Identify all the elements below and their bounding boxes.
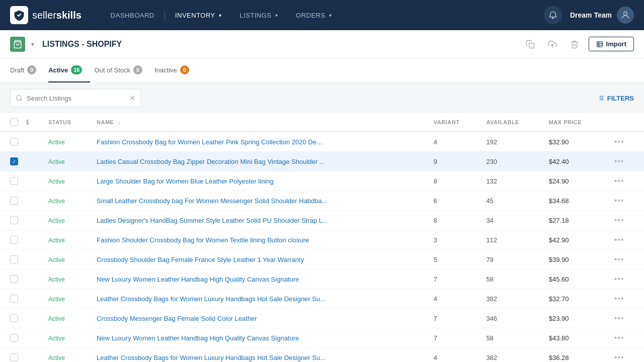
tab-draft-badge: 0 [27, 65, 36, 74]
row-actions-button[interactable]: ••• [611, 175, 627, 186]
listing-name-link[interactable]: Fashion Crossbody Bag for Women Leather … [97, 138, 322, 146]
row-name: Small Leather Crossbody bag For Women Me… [91, 191, 428, 211]
row-checkbox[interactable] [10, 138, 18, 146]
subheader-actions: Import [522, 36, 634, 52]
filters-button[interactable]: FILTERS [597, 95, 634, 102]
row-actions-button[interactable]: ••• [611, 313, 627, 323]
delete-button[interactable] [567, 36, 583, 52]
row-info-cell [24, 152, 42, 171]
listing-name-link[interactable]: Ladies Designer's HandBag Summer Style L… [97, 217, 328, 224]
tab-draft[interactable]: Draft 0 [10, 58, 44, 82]
row-checkbox[interactable] [10, 295, 18, 303]
listings-arrow-icon: ▾ [275, 13, 278, 18]
select-all-checkbox[interactable] [10, 118, 18, 126]
row-checkbox[interactable] [10, 236, 18, 244]
th-info: ℹ [24, 113, 42, 132]
row-info-cell [24, 191, 42, 211]
user-menu[interactable]: Dream Team [570, 7, 634, 24]
row-checkbox[interactable] [10, 216, 18, 224]
row-name: Fashion Shoulder Crossbody Bag for Women… [91, 230, 428, 250]
row-variant: 5 [428, 250, 480, 269]
listings-table-wrap: ℹ STATUS NAME ↓ VARIANT AVAILABLE MAX PR… [0, 113, 644, 362]
row-actions-cell: ••• [605, 289, 644, 309]
row-checkbox-cell [0, 211, 24, 230]
search-clear-icon[interactable]: ✕ [129, 94, 135, 102]
row-actions-cell: ••• [605, 132, 644, 152]
row-status: Active [42, 250, 91, 269]
row-info-cell [24, 348, 42, 363]
row-actions-button[interactable]: ••• [611, 332, 627, 343]
row-actions-button[interactable]: ••• [611, 254, 627, 264]
tab-out-of-stock[interactable]: Out of Stock 0 [94, 58, 150, 82]
upload-button[interactable] [544, 36, 560, 52]
tab-inactive[interactable]: Inactive 0 [154, 58, 197, 82]
nav-orders[interactable]: ORDERS ▾ [287, 0, 341, 30]
row-available: 192 [480, 132, 542, 152]
row-status: Active [42, 328, 91, 348]
row-checkbox-cell [0, 289, 24, 309]
row-available: 58 [480, 328, 542, 348]
row-actions-button[interactable]: ••• [611, 234, 627, 245]
row-variant: 7 [428, 309, 480, 328]
search-input[interactable] [27, 95, 125, 102]
row-name: Fashion Crossbody Bag for Women Leather … [91, 132, 428, 152]
row-checkbox[interactable] [10, 177, 18, 185]
row-actions-button[interactable]: ••• [611, 293, 627, 304]
listing-name-link[interactable]: Leather Crossbody Bags for Women Luxury … [97, 295, 326, 303]
row-checkbox[interactable] [10, 157, 18, 165]
svg-point-8 [17, 96, 21, 100]
row-variant: 9 [428, 152, 480, 171]
row-checkbox[interactable] [10, 255, 18, 263]
listing-name-link[interactable]: Crossbody Shoulder Bag Female France Sty… [97, 256, 304, 263]
shop-dropdown-arrow[interactable]: ▾ [31, 41, 34, 48]
row-max-price: $34.68 [543, 191, 605, 211]
tabs-row: Draft 0 Active 16 Out of Stock 0 Inactiv… [0, 58, 644, 83]
row-actions-button[interactable]: ••• [611, 274, 627, 284]
brand-logo[interactable]: sellerskills [10, 6, 82, 24]
row-checkbox[interactable] [10, 314, 18, 322]
row-variant: 4 [428, 132, 480, 152]
listing-name-link[interactable]: Leather Crossbody Bags for Women Luxury … [97, 354, 326, 361]
nav-listings[interactable]: LISTINGS ▾ [230, 0, 287, 30]
row-available: 112 [480, 230, 542, 250]
row-checkbox[interactable] [10, 353, 18, 361]
username-label: Dream Team [570, 11, 612, 19]
row-actions-button[interactable]: ••• [611, 156, 627, 166]
orders-arrow-icon: ▾ [329, 13, 332, 18]
import-icon [596, 41, 603, 48]
row-checkbox[interactable] [10, 197, 18, 205]
listing-name-link[interactable]: Ladies Casual Crossbody Bag Zipper Decor… [97, 158, 325, 165]
page-title: LISTINGS - SHOPIFY [42, 40, 122, 49]
tab-active[interactable]: Active 16 [48, 58, 90, 82]
th-name[interactable]: NAME ↓ [91, 113, 428, 132]
table-row: Active Crossbody Messenger Bag Female So… [0, 309, 644, 328]
nav-dashboard[interactable]: DASHBOARD [102, 0, 164, 30]
listing-name-link[interactable]: New Luxury Women Leather Handbag High Qu… [97, 334, 299, 342]
row-actions-button[interactable]: ••• [611, 136, 627, 147]
listing-name-link[interactable]: Crossbody Messenger Bag Female Solid Col… [97, 315, 257, 322]
row-actions-button[interactable]: ••• [611, 195, 627, 206]
info-icon[interactable]: ℹ [26, 119, 29, 126]
notifications-icon[interactable] [544, 6, 562, 24]
row-actions-button[interactable]: ••• [611, 215, 627, 225]
row-name: Large Shoulder Bag for Women Blue Leathe… [91, 171, 428, 191]
row-checkbox-cell [0, 191, 24, 211]
row-status: Active [42, 289, 91, 309]
listing-name-link[interactable]: New Luxury Women Leather Handbag High Qu… [97, 276, 299, 283]
listing-name-link[interactable]: Fashion Shoulder Crossbody Bag for Women… [97, 236, 309, 244]
listing-name-link[interactable]: Small Leather Crossbody bag For Women Me… [97, 197, 328, 205]
listing-name-link[interactable]: Large Shoulder Bag for Women Blue Leathe… [97, 177, 274, 185]
copy-button[interactable] [522, 36, 538, 52]
row-available: 58 [480, 269, 542, 289]
table-row: Active Ladies Casual Crossbody Bag Zippe… [0, 152, 644, 171]
row-checkbox[interactable] [10, 275, 18, 283]
th-status: STATUS [42, 113, 91, 132]
import-button[interactable]: Import [589, 37, 634, 51]
nav-inventory[interactable]: INVENTORY ▾ [166, 0, 230, 30]
search-box[interactable]: ✕ [10, 89, 141, 107]
row-info-cell [24, 328, 42, 348]
row-actions-button[interactable]: ••• [611, 352, 627, 362]
row-checkbox-cell [0, 171, 24, 191]
table-row: Active Large Shoulder Bag for Women Blue… [0, 171, 644, 191]
row-checkbox[interactable] [10, 334, 18, 342]
